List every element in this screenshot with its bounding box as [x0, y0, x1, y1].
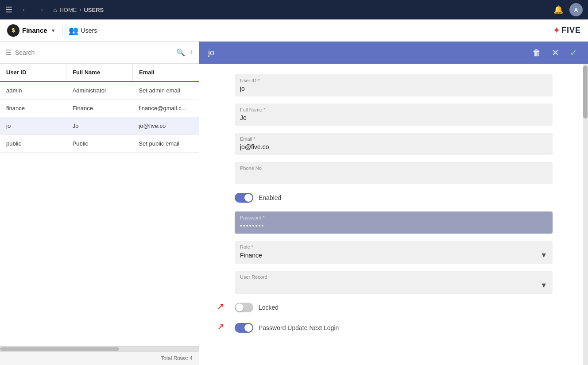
phone-input[interactable]	[240, 173, 547, 180]
search-icon[interactable]: 🔍	[176, 48, 185, 57]
password-update-label: Password Update Next Login	[259, 324, 339, 331]
users-nav-item[interactable]: 👥 Users	[69, 26, 97, 35]
role-field-inner: Role * Finance ▼	[235, 241, 553, 264]
vertical-scrollbar[interactable]	[583, 64, 588, 365]
password-field: Password * ••••••••	[235, 211, 553, 234]
col-email[interactable]: Email	[133, 64, 199, 81]
user-record-field-inner: User Record ▼	[235, 271, 553, 294]
password-update-toggle-row: ↗ Password Update Next Login	[235, 321, 553, 334]
col-user-id[interactable]: User ID	[0, 64, 66, 81]
password-field-inner: Password * ••••••••	[235, 211, 553, 234]
cell-email: Set admin email	[132, 82, 199, 99]
col-full-name[interactable]: Full Name	[66, 64, 133, 81]
detail-actions: 🗑 ✕ ✓	[530, 46, 579, 59]
toggle-knob-password-update	[244, 324, 252, 332]
app-selector[interactable]: $ Finance ▼	[7, 24, 56, 37]
user-record-field: User Record ▼	[235, 271, 553, 294]
user-record-chevron-icon: ▼	[540, 281, 547, 289]
user-record-label: User Record	[240, 274, 547, 280]
locked-label: Locked	[259, 304, 279, 311]
cell-email: finance@gmail.c...	[132, 100, 199, 117]
five-logo-text: FIVE	[561, 26, 581, 35]
role-chevron-icon: ▼	[540, 251, 547, 259]
detail-header: jo 🗑 ✕ ✓	[199, 42, 588, 64]
full-name-field: Full Name *	[235, 104, 553, 126]
cell-email: Set public email	[132, 135, 199, 152]
user-avatar[interactable]: A	[569, 3, 583, 16]
email-field: Email *	[235, 133, 553, 155]
cell-user-id: public	[0, 135, 66, 152]
toggle-knob-locked	[236, 304, 244, 311]
role-label: Role *	[240, 244, 547, 250]
user-id-input[interactable]	[240, 85, 547, 92]
email-field-inner: Email *	[235, 133, 553, 155]
cell-full-name: Finance	[66, 100, 133, 117]
save-button[interactable]: ✓	[568, 46, 579, 59]
filter-icon[interactable]: ☰	[5, 48, 12, 57]
notification-bell-icon[interactable]: 🔔	[553, 5, 563, 15]
email-input[interactable]	[240, 143, 547, 150]
total-rows-label: Total Rows: 4	[161, 355, 193, 361]
detail-title: jo	[208, 48, 530, 58]
topbar-right: 🔔 A	[553, 3, 583, 16]
back-button[interactable]: ←	[19, 4, 31, 15]
toggle-knob	[244, 194, 252, 202]
table-header: User ID Full Name Email	[0, 64, 199, 82]
scrollbar-thumb-vertical[interactable]	[583, 65, 588, 119]
user-id-field: User ID *	[235, 74, 553, 96]
scrollbar-thumb[interactable]	[0, 347, 119, 351]
cell-full-name: Public	[66, 135, 133, 152]
users-label: Users	[81, 27, 97, 34]
cell-email: jo@five.co	[132, 117, 199, 134]
search-input[interactable]	[15, 49, 173, 56]
app-chevron-icon: ▼	[51, 28, 56, 33]
breadcrumb-home[interactable]: HOME	[59, 7, 77, 13]
breadcrumb-separator: ›	[79, 7, 81, 13]
users-icon: 👥	[69, 26, 78, 35]
user-id-label: User ID *	[240, 78, 547, 83]
breadcrumb-current: USERS	[84, 7, 104, 13]
enabled-toggle[interactable]	[235, 193, 253, 203]
delete-button[interactable]: 🗑	[530, 46, 543, 59]
five-logo: ✦ FIVE	[553, 25, 581, 36]
password-value: ••••••••	[240, 222, 547, 229]
cell-user-id: finance	[0, 100, 66, 117]
full-name-label: Full Name *	[240, 107, 547, 112]
app-name: Finance	[22, 27, 47, 34]
password-update-toggle[interactable]	[235, 323, 253, 333]
add-record-button[interactable]: +	[189, 48, 193, 57]
table-footer: Total Rows: 4	[0, 351, 199, 365]
enabled-label: Enabled	[259, 194, 281, 201]
topbar: ☰ ← → ⌂ HOME › USERS 🔔 A	[0, 0, 588, 19]
menu-icon[interactable]: ☰	[5, 5, 12, 15]
app-icon: $	[7, 24, 19, 37]
cell-user-id: admin	[0, 82, 66, 99]
password-update-arrow-annotation: ↗	[217, 321, 224, 332]
phone-field-inner: Phone No	[235, 162, 553, 184]
table-row[interactable]: admin Administrator Set admin email	[0, 82, 199, 100]
table-row[interactable]: finance Finance finance@gmail.c...	[0, 100, 199, 117]
home-icon: ⌂	[53, 6, 57, 13]
phone-label: Phone No	[240, 165, 547, 171]
forward-button[interactable]: →	[35, 4, 46, 15]
close-button[interactable]: ✕	[550, 46, 561, 59]
horizontal-scrollbar[interactable]	[0, 346, 199, 351]
user-record-dropdown[interactable]: ▼	[240, 281, 547, 289]
table-row-selected[interactable]: jo Jo jo@five.co	[0, 117, 199, 135]
full-name-input[interactable]	[240, 114, 547, 121]
subheader-divider	[62, 26, 62, 35]
subheader: $ Finance ▼ 👥 Users ✦ FIVE	[0, 19, 588, 42]
cell-full-name: Administrator	[66, 82, 133, 99]
table-row[interactable]: public Public Set public email	[0, 135, 199, 153]
role-dropdown[interactable]: Finance ▼	[240, 251, 547, 259]
cell-user-id: jo	[0, 117, 66, 134]
email-label: Email *	[240, 136, 547, 142]
locked-toggle[interactable]	[235, 303, 253, 312]
breadcrumb: ⌂ HOME › USERS	[53, 6, 104, 13]
cell-full-name: Jo	[66, 117, 133, 134]
search-bar: ☰ 🔍 +	[0, 42, 199, 64]
locked-arrow-annotation: ↗	[217, 301, 224, 311]
left-panel: ☰ 🔍 + User ID Full Name Email admin Admi…	[0, 42, 199, 365]
phone-field: Phone No	[235, 162, 553, 184]
user-id-field-inner: User ID *	[235, 74, 553, 96]
